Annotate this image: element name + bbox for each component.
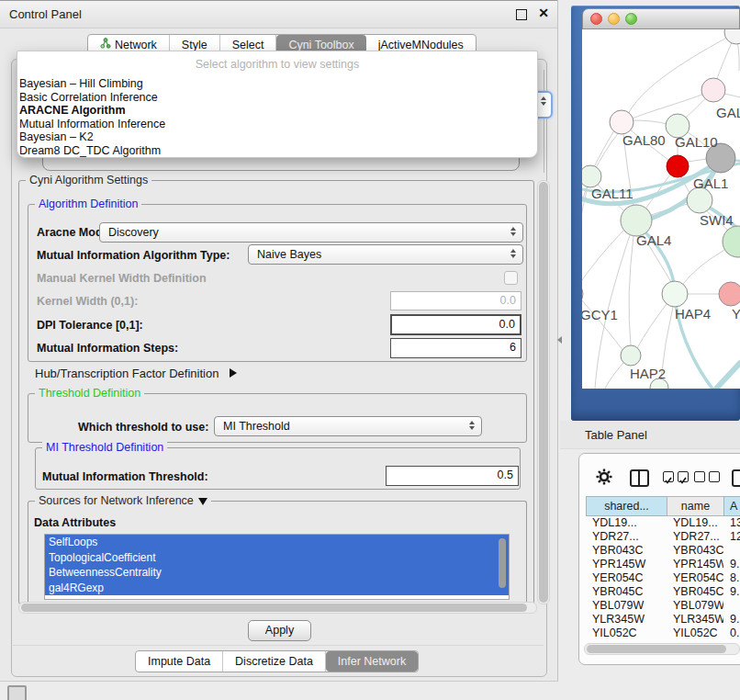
node-gal4 (621, 205, 652, 236)
minimize-traffic-light[interactable] (608, 13, 620, 25)
desktop: Control Panel ✕ Network Style (0, 0, 740, 700)
cell: YBL079W (667, 599, 723, 613)
table-row[interactable]: YPR145WYPR145W9. (586, 558, 740, 571)
network-nodes[interactable] (582, 29, 740, 389)
table-row[interactable]: YBR045CYBR045C9. (586, 585, 740, 599)
gear-icon[interactable] (596, 469, 612, 489)
split-columns-icon[interactable] (630, 469, 649, 487)
column-header-partial[interactable]: A (723, 496, 740, 516)
table-row[interactable]: YDL19...YDL19...13 (586, 516, 740, 530)
list-item[interactable]: gal4RGexp (45, 581, 509, 596)
list-item[interactable]: SelfLoops (45, 535, 509, 550)
network-node-labels: GAL GAL80 GAL10 GAL1 GAL11 SWI4 GAL4 GCY… (582, 105, 740, 381)
mi-steps-field[interactable]: 6 (390, 338, 521, 358)
cell: 9. (723, 613, 740, 627)
collapsed-panel-icon[interactable] (7, 685, 27, 700)
list-vertical-scrollbar[interactable] (499, 538, 506, 588)
cell: YBL079W (586, 599, 667, 613)
sources-label: Sources for Network Inference (39, 495, 194, 507)
menu-item-bayesian-hill-climbing[interactable]: Bayesian – Hill Climbing (17, 77, 537, 91)
tab-discretize-data[interactable]: Discretize Data (223, 651, 326, 672)
menu-item-mutual-information[interactable]: Mutual Information Inference (17, 118, 537, 131)
mi-threshold-field[interactable]: 0.5 (386, 466, 519, 486)
node-label: GAL80 (622, 132, 666, 148)
cell: 9. (723, 585, 740, 599)
cell: YDR27... (667, 530, 723, 544)
network-window-titlebar[interactable] (582, 8, 740, 29)
settings-horizontal-scrollbar[interactable] (18, 602, 537, 614)
table-row[interactable]: YER054CYER054C8. (586, 571, 740, 585)
splitter-handle[interactable] (557, 336, 562, 344)
menu-item-bayesian-k2[interactable]: Bayesian – K2 (17, 130, 537, 144)
list-item[interactable]: TopologicalCoefficient (45, 550, 509, 566)
combo-arrows-icon (469, 421, 475, 430)
control-panel-window: Control Panel ✕ Network Style (0, 0, 558, 682)
close-traffic-light[interactable] (590, 13, 602, 25)
cell: YLR345W (667, 613, 723, 627)
cyni-algorithm-settings-label: Cyni Algorithm Settings (26, 175, 151, 186)
table-row[interactable]: YDR27...YDR27...12 (586, 530, 740, 544)
manual-kernel-width-checkbox[interactable] (504, 271, 518, 285)
tab-infer-network-label: Infer Network (338, 651, 406, 672)
which-threshold-label: Which threshold to use: (78, 421, 208, 434)
mi-threshold-label: Mutual Information Threshold: (42, 470, 208, 483)
combo-arrows-icon (510, 227, 516, 236)
cell: YDR27... (586, 530, 667, 544)
cell: 13 (723, 516, 740, 530)
panel-separator (13, 645, 544, 646)
column-header-shared-name[interactable]: shared... (586, 496, 667, 516)
settings-vertical-scrollbar[interactable] (537, 180, 550, 604)
node-label: GCY1 (582, 307, 618, 322)
data-attributes-list[interactable]: SelfLoops TopologicalCoefficient Between… (44, 534, 510, 600)
node-label: SWI4 (700, 212, 734, 228)
table-row[interactable]: YBL079WYBL079W (586, 599, 740, 613)
dropdown-hint: Select algorithm to view settings (17, 58, 537, 72)
kernel-width-field[interactable]: 0.0 (390, 291, 521, 310)
cell: YPR145W (586, 558, 667, 571)
cell: YBR043C (667, 544, 723, 558)
partial-toolbar-icon[interactable] (732, 469, 740, 487)
cell: YIL052C (667, 627, 723, 640)
table-row[interactable]: YLR345WYLR345W9. (586, 613, 740, 627)
hub-definition-toggle[interactable]: Hub/Transcription Factor Definition (35, 367, 237, 380)
table-header-row: shared... name A (586, 496, 740, 516)
dpi-tolerance-label: DPI Tolerance [0,1]: (37, 319, 143, 332)
deselect-all-checkboxes-icon[interactable] (694, 471, 720, 482)
column-header-name[interactable]: name (667, 496, 723, 516)
select-all-checkboxes-icon[interactable] (663, 471, 689, 482)
list-item[interactable]: BetweennessCentrality (45, 565, 509, 581)
sources-toggle[interactable]: Sources for Network Inference (35, 495, 211, 507)
tab-impute-data-label: Impute Data (148, 651, 210, 672)
tab-impute-data[interactable]: Impute Data (136, 651, 223, 672)
table-row[interactable]: YIL052CYIL052C0. (586, 627, 740, 640)
node-gal-partial (701, 78, 725, 102)
which-threshold-combo[interactable]: MI Threshold (214, 416, 482, 436)
threshold-definition-label: Threshold Definition (35, 388, 144, 400)
zoom-traffic-light[interactable] (625, 13, 637, 25)
cell: 8. (723, 571, 740, 585)
node-label: HAP2 (630, 366, 666, 381)
node-swi4 (687, 187, 712, 213)
table-row[interactable]: YBR043CYBR043C (586, 544, 740, 558)
data-attributes-label: Data Attributes (34, 516, 116, 529)
mi-algorithm-type-combo[interactable]: Naive Bayes (248, 244, 523, 265)
network-canvas[interactable]: GAL GAL80 GAL10 GAL1 GAL11 SWI4 GAL4 GCY… (582, 29, 740, 389)
tab-infer-network[interactable]: Infer Network (326, 651, 418, 672)
float-window-icon[interactable] (516, 9, 527, 20)
node-label: GAL10 (675, 134, 718, 150)
close-icon[interactable]: ✕ (538, 6, 549, 20)
aracne-mode-combo[interactable]: Discovery (99, 222, 523, 243)
collapsed-arrow-icon (230, 368, 237, 378)
dpi-tolerance-field[interactable]: 0.0 (390, 314, 521, 335)
menu-item-dream8[interactable]: Dream8 DC_TDC Algorithm (17, 144, 537, 158)
window-title: Control Panel (9, 7, 82, 21)
hub-definition-label: Hub/Transcription Factor Definition (35, 367, 219, 380)
node-label: GAL4 (636, 232, 671, 248)
control-panel-titlebar: Control Panel ✕ (0, 0, 557, 28)
cell: 0. (723, 627, 740, 640)
menu-item-basic-correlation[interactable]: Basic Correlation Inference (17, 91, 537, 105)
apply-button[interactable]: Apply (248, 620, 311, 641)
menu-item-aracne[interactable]: ARACNE Algorithm (17, 104, 537, 118)
table-horizontal-scrollbar[interactable] (584, 643, 740, 655)
node-label: GAL (716, 105, 740, 120)
